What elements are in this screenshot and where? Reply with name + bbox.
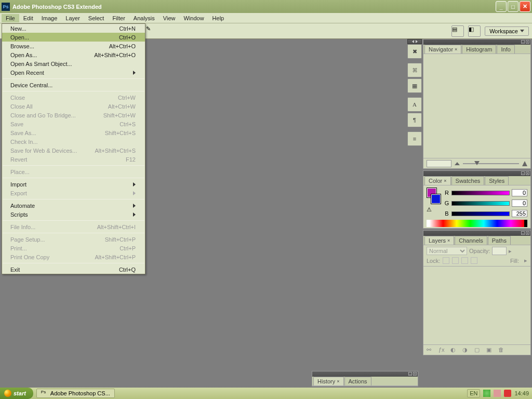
- layer-list[interactable]: [423, 267, 530, 344]
- tab-channels[interactable]: Channels: [455, 236, 487, 245]
- language-indicator[interactable]: EN: [467, 389, 480, 397]
- menu-edit[interactable]: Edit: [19, 14, 37, 22]
- tab-navigator[interactable]: Navigator×: [424, 45, 461, 54]
- tab-close-icon[interactable]: ×: [447, 238, 450, 243]
- menu-help[interactable]: Help: [208, 14, 229, 22]
- tray-app-icon[interactable]: [504, 390, 511, 397]
- fx-icon[interactable]: ƒx: [438, 347, 446, 354]
- menu-view[interactable]: View: [159, 14, 180, 22]
- close-button[interactable]: ✕: [520, 1, 530, 12]
- swatches-icon[interactable]: ▦: [407, 78, 422, 93]
- blend-mode-select[interactable]: Normal: [427, 247, 467, 255]
- menu-item-open-as[interactable]: Open As...Alt+Shift+Ctrl+O: [2, 50, 145, 59]
- menu-image[interactable]: Image: [37, 14, 62, 22]
- panel-minimize-icon[interactable]: –: [521, 171, 525, 175]
- menu-item-exit[interactable]: ExitCtrl+Q: [2, 265, 145, 274]
- group-icon[interactable]: ▢: [474, 347, 482, 354]
- options-icon[interactable]: ≡: [407, 131, 422, 146]
- tab-history[interactable]: History×: [313, 377, 344, 385]
- lock-move-icon[interactable]: [461, 257, 468, 264]
- panel-header[interactable]: –×: [423, 39, 530, 45]
- workspace-dropdown[interactable]: Workspace: [485, 26, 529, 36]
- tab-color[interactable]: Color×: [424, 176, 451, 185]
- tab-close-icon[interactable]: ×: [337, 379, 339, 384]
- minimize-button[interactable]: _: [496, 1, 507, 12]
- g-value[interactable]: 0: [512, 200, 527, 207]
- tab-paths[interactable]: Paths: [488, 236, 511, 245]
- zoom-out-icon[interactable]: [455, 162, 460, 165]
- menu-file[interactable]: File: [2, 14, 19, 22]
- tab-histogram[interactable]: Histogram: [462, 45, 496, 54]
- menu-item-automate[interactable]: Automate: [2, 201, 145, 210]
- brush-icon[interactable]: ꕤ: [407, 63, 422, 77]
- panel-close-icon[interactable]: ×: [526, 40, 529, 44]
- zoom-in-icon[interactable]: [522, 161, 527, 166]
- maximize-button[interactable]: □: [508, 1, 518, 12]
- menu-item-scripts[interactable]: Scripts: [2, 210, 145, 219]
- dock-collapse-bar[interactable]: [407, 39, 422, 44]
- menu-item-device-central[interactable]: Device Central...: [2, 81, 145, 89]
- panel-minimize-icon[interactable]: –: [521, 231, 525, 235]
- zoom-value[interactable]: [427, 160, 451, 167]
- character-icon[interactable]: A: [407, 97, 422, 112]
- gamut-warning-icon[interactable]: ⚠: [427, 206, 432, 213]
- r-slider[interactable]: [451, 191, 510, 195]
- clock[interactable]: 14:49: [514, 390, 529, 396]
- panel-minimize-icon[interactable]: –: [408, 372, 412, 376]
- menu-item-open-as-smart-object[interactable]: Open As Smart Object...: [2, 59, 145, 68]
- panel-header[interactable]: –×: [312, 371, 418, 377]
- panel-close-icon[interactable]: ×: [526, 231, 529, 235]
- menu-item-import[interactable]: Import: [2, 180, 145, 189]
- submenu-arrow-icon: [133, 71, 136, 75]
- menu-item-new[interactable]: New...Ctrl+N: [2, 24, 145, 33]
- panel-close-icon[interactable]: ×: [526, 171, 529, 175]
- tab-close-icon[interactable]: ×: [444, 178, 446, 183]
- panel-header[interactable]: –×: [423, 231, 530, 236]
- airbrush-icon[interactable]: ✎: [146, 25, 158, 37]
- menu-select[interactable]: Select: [84, 14, 109, 22]
- panel-header[interactable]: –×: [423, 171, 530, 176]
- menu-filter[interactable]: Filter: [108, 14, 129, 22]
- lock-all-icon[interactable]: [471, 257, 477, 264]
- window-title: Adobe Photoshop CS3 Extended: [12, 4, 102, 10]
- menu-item-open[interactable]: Open...Ctrl+O: [2, 33, 145, 42]
- layer-opacity-value[interactable]: [492, 247, 507, 255]
- menu-layer[interactable]: Layer: [61, 14, 84, 22]
- tab-styles[interactable]: Styles: [485, 176, 509, 185]
- color-spectrum[interactable]: [427, 220, 527, 227]
- g-slider[interactable]: [451, 201, 510, 206]
- lock-paint-icon[interactable]: [452, 257, 459, 264]
- b-value[interactable]: 255: [512, 210, 527, 217]
- tray-shield-icon[interactable]: [494, 390, 501, 397]
- menu-item-open-recent[interactable]: Open Recent: [2, 68, 145, 77]
- adjustment-icon[interactable]: ◑: [462, 347, 470, 354]
- background-swatch[interactable]: [431, 194, 441, 204]
- taskbar-item-photoshop[interactable]: Ps Adobe Photoshop CS...: [36, 389, 115, 398]
- trash-icon[interactable]: 🗑: [498, 347, 506, 354]
- new-layer-icon[interactable]: ▣: [486, 347, 494, 354]
- menu-window[interactable]: Window: [179, 14, 208, 22]
- tab-info[interactable]: Info: [497, 45, 514, 54]
- doc-icon[interactable]: ▤: [451, 25, 464, 37]
- menu-analysis[interactable]: Analysis: [129, 14, 159, 22]
- start-button[interactable]: start: [0, 388, 33, 399]
- tab-actions[interactable]: Actions: [344, 377, 371, 385]
- wrench-icon[interactable]: ✖: [407, 44, 422, 59]
- menu-item-browse[interactable]: Browse...Alt+Ctrl+O: [2, 42, 145, 50]
- tab-layers[interactable]: Layers×: [424, 236, 454, 245]
- chevron-right-icon[interactable]: ▸: [509, 248, 512, 255]
- panel-close-icon[interactable]: ×: [413, 372, 417, 376]
- b-slider[interactable]: [451, 211, 510, 216]
- bridge-icon[interactable]: ◧: [468, 25, 481, 37]
- panel-minimize-icon[interactable]: –: [521, 40, 525, 44]
- tab-close-icon[interactable]: ×: [455, 47, 457, 52]
- tray-user-icon[interactable]: [483, 390, 490, 397]
- lock-transparent-icon[interactable]: [443, 257, 449, 264]
- paragraph-icon[interactable]: ¶: [407, 113, 422, 127]
- mask-icon[interactable]: ◐: [450, 347, 458, 354]
- link-layers-icon[interactable]: ⚯: [427, 347, 434, 354]
- tab-swatches[interactable]: Swatches: [451, 176, 485, 185]
- zoom-slider[interactable]: [463, 163, 519, 164]
- chevron-right-icon[interactable]: ▸: [524, 257, 527, 264]
- r-value[interactable]: 0: [512, 189, 527, 196]
